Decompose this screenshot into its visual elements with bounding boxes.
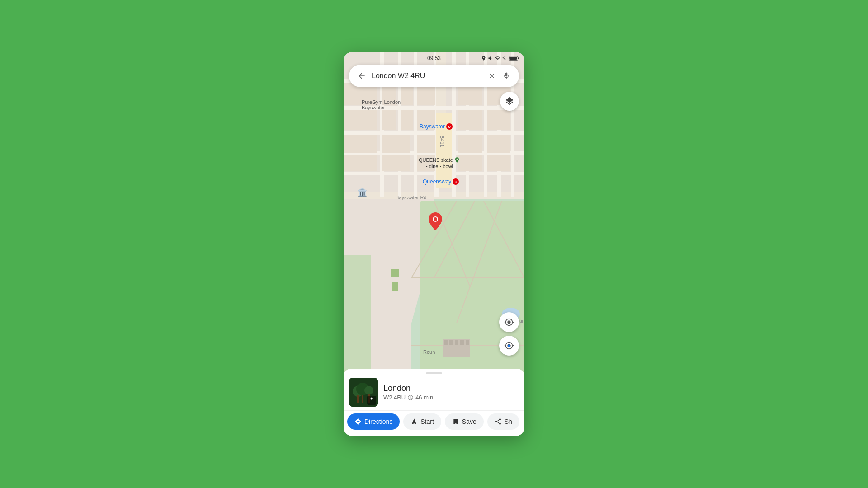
directions-icon	[354, 418, 362, 425]
tube-icon-queensway: U	[453, 178, 459, 185]
svg-rect-57	[466, 340, 469, 345]
svg-rect-59	[391, 269, 399, 277]
svg-rect-41	[487, 155, 510, 171]
svg-rect-65	[509, 57, 517, 60]
svg-rect-35	[458, 135, 482, 153]
svg-rect-53	[444, 340, 448, 345]
streetview-icon	[367, 396, 376, 405]
layers-button[interactable]	[500, 92, 519, 111]
queens-skate-text: QUEENS skate	[419, 157, 453, 163]
panel-handle	[426, 372, 442, 374]
share-label: Sh	[505, 418, 512, 425]
clock-icon	[407, 394, 414, 401]
battery-status-icon	[509, 56, 519, 61]
save-button[interactable]: Save	[445, 413, 484, 430]
map-pin[interactable]	[429, 212, 442, 232]
svg-rect-55	[455, 340, 458, 345]
location-status-icon	[481, 56, 486, 61]
share-icon	[495, 418, 502, 425]
tube-icon-bayswater: U	[446, 123, 453, 130]
svg-rect-32	[344, 135, 377, 153]
queensway-label[interactable]: Queensway U	[423, 178, 459, 185]
place-address: W2 4RU 46 min	[383, 394, 519, 401]
bottom-panel: London W2 4RU 46 min Directions	[344, 369, 524, 436]
save-icon	[452, 418, 459, 425]
svg-rect-31	[487, 110, 510, 130]
svg-point-62	[434, 217, 437, 221]
svg-rect-54	[449, 340, 453, 345]
museum-icon: 🏛️	[357, 188, 367, 197]
svg-point-70	[364, 386, 373, 395]
status-icons	[481, 56, 519, 61]
svg-rect-34	[417, 135, 435, 153]
focus-location-button[interactable]	[499, 312, 519, 332]
place-marker-icon	[454, 157, 460, 163]
layers-icon	[505, 96, 514, 106]
my-location-icon	[504, 341, 514, 351]
distance-text: 46 min	[415, 394, 433, 401]
queens-dine-text: • dine • bowl	[419, 163, 460, 169]
start-label: Start	[420, 418, 434, 425]
phone-container: PureGym LondonBayswater Bayswater U B411…	[344, 52, 524, 436]
svg-rect-72	[362, 395, 363, 403]
svg-rect-71	[357, 395, 359, 403]
start-button[interactable]: Start	[403, 413, 441, 430]
status-time: 09:53	[427, 55, 441, 61]
svg-rect-21	[344, 110, 377, 130]
place-name: London	[383, 384, 519, 394]
start-icon	[410, 418, 418, 425]
svg-rect-40	[458, 155, 482, 171]
volume-status-icon	[488, 56, 493, 61]
kensington-palace-label[interactable]: Roun	[423, 349, 435, 355]
clear-icon	[488, 72, 496, 80]
search-bar[interactable]: London W2 4RU	[349, 65, 519, 87]
svg-rect-17	[344, 131, 524, 135]
search-mic-button[interactable]	[500, 70, 513, 82]
gym-label: PureGym LondonBayswater	[362, 99, 401, 110]
svg-rect-33	[382, 135, 410, 153]
wifi-status-icon	[495, 56, 501, 61]
svg-rect-19	[344, 172, 524, 175]
signal-status-icon	[502, 56, 508, 61]
address-text: W2 4RU	[383, 394, 406, 401]
svg-rect-25	[401, 110, 413, 130]
streetview-svg	[368, 397, 375, 404]
focus-location-icon	[504, 317, 514, 327]
panel-content: London W2 4RU 46 min	[344, 376, 524, 410]
bayswater-label[interactable]: Bayswater U	[420, 123, 453, 130]
status-bar: 09:53	[344, 52, 524, 65]
svg-rect-56	[460, 340, 464, 345]
directions-button[interactable]: Directions	[347, 413, 400, 430]
svg-rect-38	[382, 155, 410, 171]
svg-rect-36	[487, 135, 510, 153]
svg-rect-37	[344, 155, 377, 171]
bayswater-text: Bayswater	[420, 123, 445, 130]
search-clear-button[interactable]	[486, 70, 498, 82]
search-back-button[interactable]	[355, 70, 368, 82]
svg-rect-60	[392, 282, 398, 291]
action-buttons: Directions Start Save Sh	[344, 410, 524, 432]
svg-rect-23	[382, 110, 396, 130]
place-thumbnail[interactable]	[349, 378, 378, 407]
search-query-text: London W2 4RU	[372, 72, 486, 80]
save-label: Save	[462, 418, 476, 425]
share-button[interactable]: Sh	[487, 413, 519, 430]
svg-rect-29	[458, 110, 482, 130]
directions-label: Directions	[364, 418, 392, 425]
back-arrow-icon	[357, 71, 366, 80]
queensway-text: Queensway	[423, 178, 451, 185]
queens-skate-label[interactable]: QUEENS skate • dine • bowl	[419, 157, 460, 170]
place-info: London W2 4RU 46 min	[383, 384, 519, 401]
mic-icon	[502, 72, 510, 80]
bayswater-rd-label: Bayswater Rd	[396, 195, 426, 200]
svg-point-66	[508, 344, 510, 347]
b411-label: B411	[439, 136, 445, 147]
my-location-button[interactable]	[499, 336, 519, 356]
svg-rect-64	[518, 57, 519, 59]
